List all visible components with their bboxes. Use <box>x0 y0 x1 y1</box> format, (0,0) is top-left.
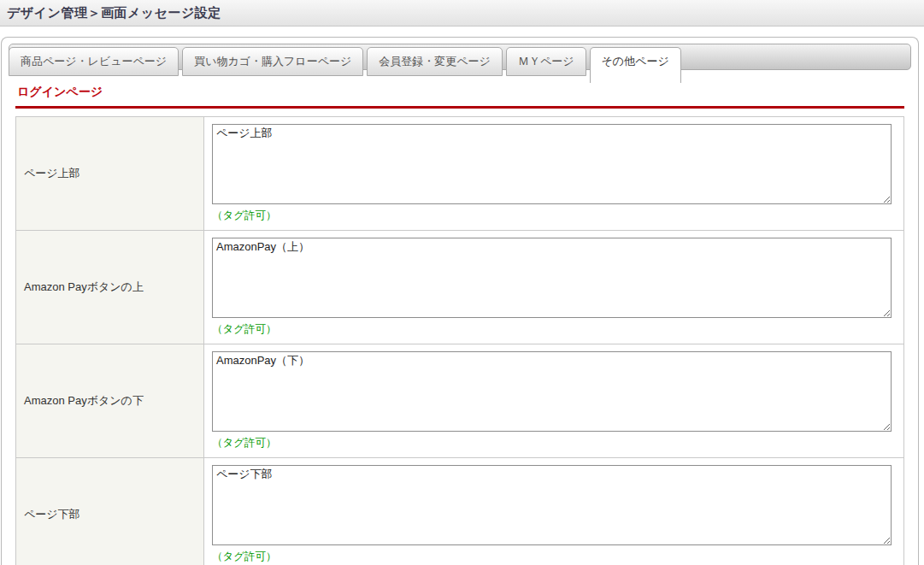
field-label: ページ下部 <box>24 508 80 521</box>
tab-label: 会員登録・変更ページ <box>379 55 491 68</box>
table-row: Amazon Payボタンの上 AmazonPay（上） （タグ許可） <box>16 231 904 344</box>
tab-label: その他ページ <box>602 55 669 68</box>
field-value-cell: AmazonPay（下） （タグ許可） <box>204 344 904 458</box>
field-value-cell: ページ下部 （タグ許可） <box>204 458 904 565</box>
tab-1[interactable]: 買い物カゴ・購入フローページ <box>182 47 363 76</box>
content-panel: 商品ページ・レビューページ 買い物カゴ・購入フローページ 会員登録・変更ページ … <box>1 37 919 565</box>
section-divider <box>15 106 904 109</box>
field-value-cell: AmazonPay（上） （タグ許可） <box>204 231 904 344</box>
message-textarea[interactable]: AmazonPay（下） <box>212 351 892 432</box>
field-label-cell: ページ下部 <box>16 458 204 565</box>
tag-allowed-note: （タグ許可） <box>212 209 892 223</box>
table-row: Amazon Payボタンの下 AmazonPay（下） （タグ許可） <box>16 344 904 458</box>
page-title: デザイン管理＞画面メッセージ設定 <box>7 5 917 21</box>
tab-2[interactable]: 会員登録・変更ページ <box>367 47 503 76</box>
tab-4[interactable]: その他ページ <box>590 47 681 83</box>
table-row: ページ上部 ページ上部 （タグ許可） <box>16 117 904 231</box>
tag-allowed-note: （タグ許可） <box>212 550 892 564</box>
message-settings-table: ページ上部 ページ上部 （タグ許可） Amazon Payボタンの上 Amazo… <box>15 116 904 565</box>
tag-allowed-note: （タグ許可） <box>212 322 892 337</box>
tab-label: 商品ページ・レビューページ <box>21 55 167 68</box>
field-label-cell: Amazon Payボタンの下 <box>16 344 204 458</box>
tag-allowed-note: （タグ許可） <box>212 436 892 450</box>
field-label-cell: ページ上部 <box>16 117 204 231</box>
table-row: ページ下部 ページ下部 （タグ許可） <box>16 458 904 565</box>
tab-3[interactable]: ＭＹページ <box>506 47 586 76</box>
field-label-cell: Amazon Payボタンの上 <box>16 231 204 344</box>
message-textarea[interactable]: ページ下部 <box>212 465 892 545</box>
message-textarea[interactable]: AmazonPay（上） <box>212 238 892 318</box>
message-textarea[interactable]: ページ上部 <box>212 124 892 204</box>
tab-label: ＭＹページ <box>518 55 574 68</box>
field-label: Amazon Payボタンの上 <box>24 280 144 293</box>
tab-0[interactable]: 商品ページ・レビューページ <box>9 47 179 76</box>
field-value-cell: ページ上部 （タグ許可） <box>204 117 904 231</box>
field-label: ページ上部 <box>24 167 80 180</box>
page-title-bar: デザイン管理＞画面メッセージ設定 <box>0 0 924 26</box>
tab-label: 買い物カゴ・購入フローページ <box>194 55 351 68</box>
field-label: Amazon Payボタンの下 <box>24 394 144 407</box>
section-heading: ログインページ <box>17 85 903 100</box>
tab-list: 商品ページ・レビューページ 買い物カゴ・購入フローページ 会員登録・変更ページ … <box>9 41 911 83</box>
tab-bar: 商品ページ・レビューページ 買い物カゴ・購入フローページ 会員登録・変更ページ … <box>9 41 911 79</box>
